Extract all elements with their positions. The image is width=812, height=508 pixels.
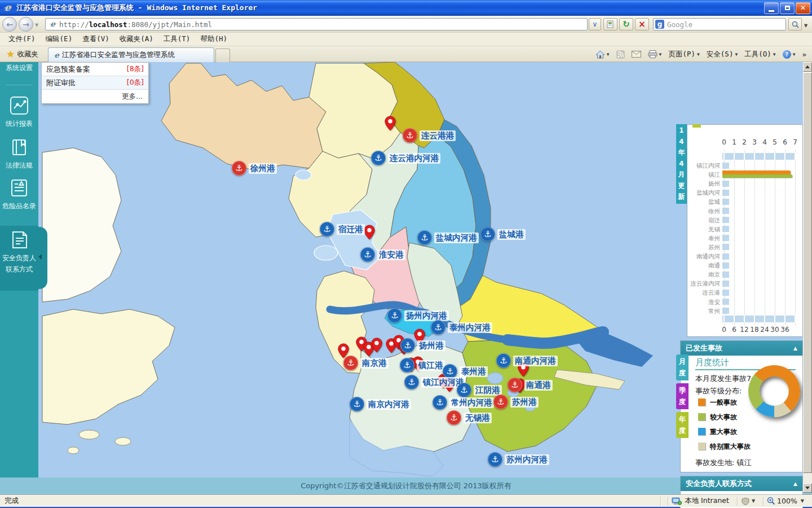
port-marker[interactable]: ⚓扬州港 bbox=[400, 338, 445, 353]
collapse-up-icon[interactable]: ▲ bbox=[793, 481, 797, 487]
port-marker[interactable]: ⚓泰州内河港 bbox=[431, 320, 492, 335]
port-marker[interactable]: ⚓南京港 bbox=[343, 356, 389, 370]
help-menu-button[interactable]: ?▼ bbox=[780, 49, 798, 60]
sidebar-item-dangerous-goods[interactable]: 危险品名录 bbox=[0, 178, 38, 211]
port-marker[interactable]: ⚓苏州内河港 bbox=[488, 452, 549, 467]
port-label: 宿迁港 bbox=[337, 224, 365, 235]
zero-stub-bar bbox=[722, 190, 729, 196]
chart-category-label: 泰州 bbox=[687, 235, 720, 243]
status-zoom-level[interactable]: 100% bbox=[777, 497, 797, 505]
contact-panel-header[interactable]: 安全负责人联系方式 ▲ bbox=[681, 476, 802, 491]
port-marker[interactable]: ⚓南通内河港 bbox=[496, 353, 558, 368]
menu-item-2[interactable]: 查看(V) bbox=[77, 33, 114, 46]
home-button[interactable]: ▼ bbox=[593, 49, 612, 60]
map-pin-icon[interactable] bbox=[385, 116, 396, 133]
favorites-button[interactable]: ★ 收藏夹 bbox=[2, 48, 43, 60]
search-button[interactable] bbox=[788, 18, 802, 30]
print-button[interactable]: ▼ bbox=[646, 49, 664, 59]
bar-top-series[interactable] bbox=[722, 170, 791, 174]
port-marker[interactable]: ⚓常州内河港 bbox=[433, 395, 494, 410]
search-options-dropdown-icon[interactable]: ▼ bbox=[804, 23, 807, 28]
zero-stub-bar bbox=[722, 290, 729, 296]
port-marker[interactable]: ⚓南通港 bbox=[508, 378, 553, 392]
port-marker[interactable]: ⚓苏州港 bbox=[493, 395, 539, 409]
menu-item-0[interactable]: 文件(F) bbox=[3, 33, 41, 46]
sidebar-item-statistics[interactable]: 统计报表 bbox=[0, 96, 38, 129]
refresh-button[interactable]: ↻ bbox=[619, 18, 633, 30]
notice-row-1[interactable]: 附证审批[0条] bbox=[42, 76, 148, 90]
address-input[interactable]: e http://localhost:8080/yjpt/Main.html bbox=[45, 18, 588, 30]
home-icon bbox=[595, 50, 605, 59]
chart-category-label: 镇江 bbox=[687, 171, 720, 179]
incident-tab-1[interactable]: 季度 bbox=[676, 383, 689, 409]
sidebar-item-laws[interactable]: 法律法规 bbox=[0, 138, 38, 170]
port-marker[interactable]: ⚓盐城内河港 bbox=[417, 230, 479, 245]
menu-item-1[interactable]: 编辑(E) bbox=[41, 33, 78, 46]
scroll-up-button[interactable] bbox=[803, 62, 812, 72]
close-button[interactable]: ✕ bbox=[796, 2, 810, 14]
read-mail-button[interactable] bbox=[629, 50, 643, 59]
port-marker[interactable]: ⚓淮安港 bbox=[360, 247, 405, 262]
browser-window: e 江苏省港口安全监管与应急管理系统 - Windows Internet Ex… bbox=[0, 0, 812, 508]
chart-category-label: 盐城 bbox=[687, 198, 720, 206]
port-marker[interactable]: ⚓无锡港 bbox=[447, 410, 492, 425]
incident-tab-0[interactable]: 月度 bbox=[676, 354, 689, 380]
port-marker[interactable]: ⚓连云港港 bbox=[403, 128, 456, 143]
bar-bottom-series[interactable] bbox=[722, 174, 792, 178]
zoom-dropdown-icon[interactable]: ▼ bbox=[801, 498, 804, 503]
tools-menu-button[interactable]: 工具(O)▼ bbox=[742, 49, 778, 60]
forward-button[interactable]: → bbox=[19, 17, 33, 32]
compatibility-view-button[interactable] bbox=[603, 18, 617, 30]
incident-tab-2[interactable]: 年度 bbox=[676, 412, 689, 438]
url-text: http://localhost:8080/yjpt/Main.html bbox=[59, 20, 212, 29]
incident-panel-header[interactable]: 已发生事故 ▲ bbox=[681, 341, 802, 356]
anchor-icon: ⚓ bbox=[480, 227, 495, 242]
port-marker[interactable]: ⚓镇江港 bbox=[400, 358, 445, 373]
inactive-tab-stub[interactable] bbox=[215, 49, 230, 62]
back-button[interactable]: ← bbox=[2, 17, 17, 32]
collapse-up-icon[interactable]: ▲ bbox=[793, 345, 797, 351]
page-scrollbar[interactable] bbox=[803, 62, 812, 493]
port-label: 扬州内河港 bbox=[404, 310, 449, 321]
window-titlebar[interactable]: e 江苏省港口安全监管与应急管理系统 - Windows Internet Ex… bbox=[0, 0, 812, 16]
port-label: 南京港 bbox=[360, 358, 389, 369]
minimize-button[interactable] bbox=[764, 2, 779, 14]
update-tag: 14年4月更新 bbox=[676, 124, 687, 204]
menu-item-5[interactable]: 帮助(H) bbox=[195, 33, 232, 46]
search-input[interactable]: g Google bbox=[653, 18, 786, 30]
tab-active[interactable]: e 江苏省港口安全监管与应急管理系统 bbox=[48, 47, 214, 62]
stop-button[interactable]: × bbox=[635, 18, 649, 30]
protected-mode-dropdown-icon[interactable]: ▼ bbox=[752, 498, 755, 503]
history-dropdown-icon[interactable]: ▼ bbox=[35, 23, 38, 28]
anchor-icon: ⚓ bbox=[431, 320, 445, 335]
help-icon: ? bbox=[783, 50, 791, 59]
notice-row-0[interactable]: 应急预案备案[8条] bbox=[42, 63, 148, 76]
notice-more-link[interactable]: 更多... bbox=[42, 90, 148, 103]
sidebar-item-safety-contact[interactable]: 安全负责人 联系方式 bbox=[0, 230, 38, 274]
map-pin-icon[interactable] bbox=[364, 225, 375, 242]
port-marker[interactable]: ⚓徐州港 bbox=[232, 161, 277, 176]
toolbar-overflow-chevron[interactable]: » bbox=[800, 49, 809, 60]
restore-button[interactable] bbox=[780, 2, 795, 14]
map-pin-icon[interactable] bbox=[371, 338, 382, 355]
feeds-button[interactable] bbox=[614, 49, 627, 60]
bottom-axis-tick: 12 bbox=[740, 326, 748, 334]
scroll-down-button[interactable] bbox=[803, 483, 812, 493]
chart-category-label: 扬州 bbox=[687, 180, 720, 188]
scrollbar-thumb[interactable] bbox=[803, 72, 812, 473]
menu-item-4[interactable]: 工具(T) bbox=[158, 33, 196, 46]
address-dropdown-button[interactable]: ∨ bbox=[589, 18, 601, 30]
sidebar-item-system-settings[interactable]: 系统设置 bbox=[0, 63, 38, 73]
port-marker[interactable]: ⚓盐城港 bbox=[480, 227, 526, 242]
port-marker[interactable]: ⚓连云港内河港 bbox=[371, 151, 440, 165]
port-marker[interactable]: ⚓宿迁港 bbox=[320, 222, 365, 237]
bottom-axis-tick: 30 bbox=[770, 326, 779, 334]
menu-item-3[interactable]: 收藏夹(A) bbox=[114, 33, 158, 46]
legend-swatch bbox=[698, 413, 705, 421]
protected-mode-icon[interactable] bbox=[741, 497, 750, 505]
port-marker[interactable]: ⚓南京内河港 bbox=[350, 397, 411, 411]
strip-gap bbox=[723, 153, 725, 160]
donut-hole bbox=[760, 376, 789, 406]
safety-menu-button[interactable]: 安全(S)▼ bbox=[704, 49, 740, 60]
page-menu-button[interactable]: 页面(P)▼ bbox=[666, 49, 701, 60]
